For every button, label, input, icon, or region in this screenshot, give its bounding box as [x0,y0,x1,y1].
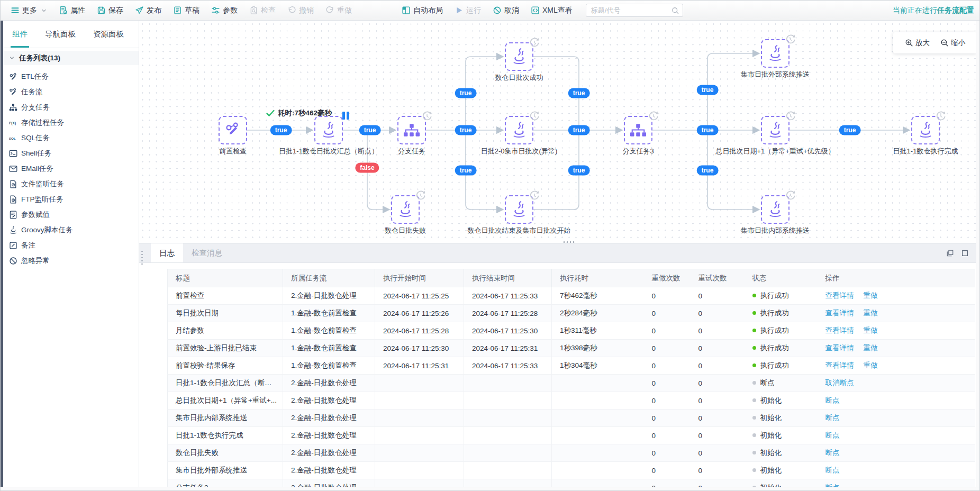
cell-flow: 1.金融-数仓前置检查 [283,357,375,375]
sidebar-item-sql[interactable]: SQLSQL任务 [3,130,139,146]
edge-condition-true[interactable]: true [455,88,477,98]
zoom-in-button[interactable]: 放大 [905,38,930,48]
flow-canvas[interactable]: truetruefalsetruetruetruetruetruetruetru… [139,21,977,243]
cell-title: 总日批次日期+1（异常+重试+... [168,392,283,410]
draft-icon [173,6,182,15]
toolbar-button-params[interactable]: 参数 [205,1,243,20]
sidebar-item-shell[interactable]: Shell任务 [3,146,139,161]
flow-node-n11[interactable] [505,195,533,224]
vertical-scrollbar[interactable] [976,21,979,487]
sidebar-item-proc[interactable]: P(X)存储过程任务 [3,115,139,130]
toolbar-button-undo[interactable]: 撤销 [282,1,320,20]
sidebar-item-ftp-listen[interactable]: FTP监听任务 [3,192,139,207]
edge-condition-true[interactable]: true [359,125,381,135]
cell-status: 执行成功 [745,287,818,305]
flow-node-n5[interactable] [505,116,533,144]
retry-refresh-icon [529,111,540,122]
edge-condition-false[interactable]: false [355,163,379,173]
toolbar-button-label: 更多 [22,6,37,15]
toolbar-button-draft[interactable]: 草稿 [167,1,205,20]
task-list-section-header[interactable]: 任务列表(13) [3,51,139,65]
edge-condition-true[interactable]: true [697,85,719,95]
sidebar-item-etl[interactable]: ETL任务 [3,69,139,84]
toolbar-button-xml[interactable]: XML查看 [525,1,578,20]
flow-node-n10[interactable] [391,195,420,224]
sidebar-item-flow[interactable]: 任务流 [3,84,139,99]
edge-condition-true[interactable]: true [568,88,590,98]
edge-condition-true[interactable]: true [455,125,477,135]
flow-node-n12[interactable] [761,195,790,224]
status-dot [752,416,756,420]
sidebar-tab-3[interactable]: 资源面板 [93,21,124,48]
sidebar-item-email[interactable]: EMail任务 [3,161,139,176]
flow-node-n1[interactable]: 耗时:7秒462毫秒 [219,116,247,144]
search-icon[interactable] [671,6,679,15]
action-link[interactable]: 查看详情 [825,326,854,334]
horizontal-scrollbar[interactable] [1,487,979,490]
edge-condition-true[interactable]: true [270,125,292,135]
toolbar-button-redo[interactable]: 重做 [320,1,358,20]
toolbar-button-props[interactable]: 属性 [53,1,91,20]
flow-node-n9[interactable] [911,116,940,144]
toolbar-button-autolayout[interactable]: 自动布局 [396,1,449,20]
action-link[interactable]: 重做 [864,309,878,317]
action-link[interactable]: 取消断点 [825,379,854,387]
toolbar-button-check[interactable]: 检查 [243,1,282,20]
sidebar-tab-1[interactable]: 组件 [12,21,28,48]
toolbar-button-publish[interactable]: 发布 [129,1,167,20]
action-link[interactable]: 断点 [825,449,840,457]
edge-condition-true[interactable]: true [839,125,861,135]
search-input[interactable] [586,4,683,17]
sidebar-item-param[interactable]: 参数赋值 [3,207,139,222]
sidebar-item-note[interactable]: 备注 [3,238,139,253]
edge-condition-true[interactable]: true [455,166,477,176]
action-link[interactable]: 查看详情 [825,309,854,317]
flow-node-n7[interactable] [761,39,790,68]
toolbar-button-save[interactable]: 保存 [91,1,129,20]
action-link[interactable]: 重做 [864,344,878,352]
flow-node-n3[interactable] [397,116,426,144]
panel-resize-handle[interactable] [562,241,576,243]
zoom-out-button[interactable]: 缩小 [940,38,965,48]
toolbar-button-more[interactable]: 更多 [5,1,53,20]
flow-node-n2[interactable] [314,116,343,144]
cell-duration: 1秒398毫秒 [552,340,644,357]
status-text: 初始化 [760,414,782,422]
toolbar-button-run[interactable]: 运行 [449,1,487,20]
edge-condition-true[interactable]: true [568,166,590,176]
cell-redo: 0 [644,322,691,340]
flow-node-n8[interactable] [761,116,790,144]
action-link[interactable]: 重做 [864,292,878,299]
log-panel-tab-1[interactable]: 日志 [151,243,183,262]
edge-condition-true[interactable]: true [697,166,719,176]
edge-condition-true[interactable]: true [568,125,590,135]
action-link[interactable]: 断点 [825,414,840,422]
action-link[interactable]: 断点 [825,396,840,404]
cell-end [464,392,552,410]
cell-redo: 0 [644,287,691,305]
action-link[interactable]: 查看详情 [825,344,854,352]
cell-flow: 2.金融-日批数仓处理 [283,427,375,444]
cell-flow: 1.金融-数仓前置检查 [283,305,375,322]
sidebar-tab-2[interactable]: 导航面板 [45,21,76,48]
sidebar-item-file-listen[interactable]: 文件监听任务 [3,176,139,192]
cell-retry: 0 [691,375,745,392]
edge-condition-true[interactable]: true [697,125,719,135]
flow-node-n4[interactable] [505,42,533,71]
panel-float-icon[interactable] [946,249,954,257]
action-link[interactable]: 断点 [825,466,840,474]
action-link[interactable]: 重做 [864,361,878,369]
sidebar-item-groovy[interactable]: Groovy脚本任务 [3,222,139,238]
task-list: ETL任务任务流分支任务P(X)存储过程任务SQLSQL任务Shell任务EMa… [3,65,139,268]
sidebar-item-branch-s[interactable]: 分支任务 [3,99,139,115]
flow-node-n6[interactable] [624,116,652,144]
panel-maximize-icon[interactable] [961,249,969,257]
toolbar-button-cancel[interactable]: 取消 [487,1,525,20]
sidebar-item-ignore[interactable]: 忽略异常 [3,253,139,268]
log-panel-tab-2[interactable]: 检查消息 [183,243,231,262]
action-link[interactable]: 重做 [864,326,878,334]
panel-splitter-handle[interactable] [141,250,143,265]
action-link[interactable]: 断点 [825,431,840,439]
action-link[interactable]: 查看详情 [825,361,854,369]
action-link[interactable]: 查看详情 [825,292,854,299]
